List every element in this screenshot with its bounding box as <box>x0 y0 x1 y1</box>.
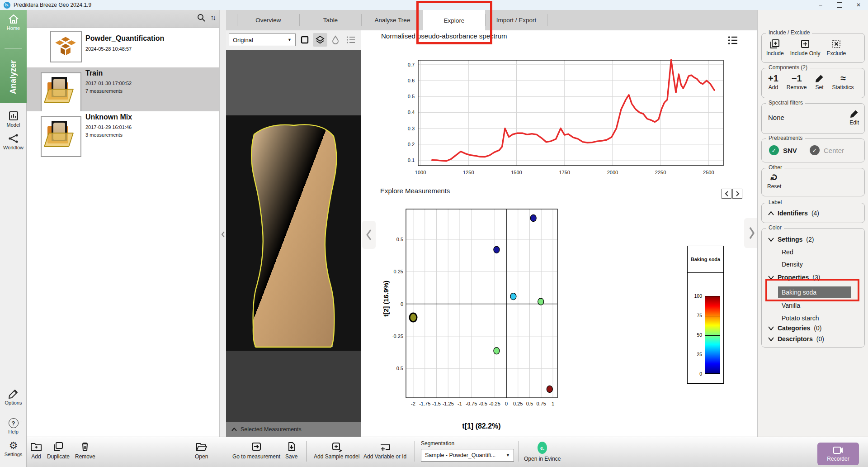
color-categories-label: Categories <box>778 324 810 332</box>
scores-scatter-plot[interactable]: -2-1.75-1.5-1.25-1-0.75-0.5-0.2500.250.5… <box>389 204 687 414</box>
tab-analyse-tree[interactable]: Analyse Tree <box>362 10 423 30</box>
save-icon <box>287 442 296 452</box>
color-item-vanilla[interactable]: Vanilla <box>782 302 800 309</box>
unknown-mix-measurements: 3 measurements <box>85 132 123 138</box>
save-button[interactable]: Save <box>285 442 297 460</box>
include-only-button[interactable]: Include Only <box>790 39 821 57</box>
recorder-button[interactable]: Recorder <box>817 443 859 465</box>
border-view-button[interactable] <box>297 33 312 47</box>
measurement-item-train[interactable]: Train 2017-01-30 17:00:52 7 measurements <box>27 67 219 111</box>
svg-text:0.25: 0.25 <box>513 401 523 406</box>
list-view-button[interactable] <box>344 33 358 47</box>
add-component-label: Add <box>769 84 778 91</box>
sample-image[interactable] <box>226 115 361 351</box>
color-legend-title: Baking soda <box>688 246 723 273</box>
sidebar-item-options[interactable]: Options <box>0 388 27 405</box>
pencil-icon <box>8 388 19 399</box>
search-icon[interactable] <box>197 13 206 22</box>
identifiers-toggle[interactable]: Identifiers (4) <box>762 210 864 217</box>
project-name: Powder_Quantification <box>85 34 164 43</box>
color-settings-toggle[interactable]: Settings (2) <box>762 236 864 243</box>
panel-splitter[interactable] <box>219 10 226 437</box>
exclude-button[interactable]: Exclude <box>826 39 846 57</box>
set-components-label: Set <box>815 84 823 91</box>
reset-icon: ↻ <box>769 173 779 182</box>
snv-toggle[interactable]: ✓ SNV <box>769 145 797 155</box>
tab-table[interactable]: Table <box>300 10 361 30</box>
viewer-toolbar: Original ▼ <box>226 30 361 50</box>
app-logo-icon: b. <box>4 2 10 9</box>
add-sample-model-button[interactable]: Add Sample model <box>314 442 359 460</box>
remove-label: Remove <box>75 453 95 460</box>
remove-component-button[interactable]: −1 Remove <box>787 74 807 91</box>
selected-measurements-bar[interactable]: Selected Measurements <box>226 422 361 437</box>
tab-explore[interactable]: Explore <box>423 10 485 31</box>
include-icon <box>769 39 780 49</box>
measurement-item-unknown-mix[interactable]: Unknown Mix 2017-01-29 16:01:46 3 measur… <box>27 111 219 155</box>
svg-text:0.3: 0.3 <box>408 126 415 131</box>
close-button[interactable]: ✕ <box>849 0 868 10</box>
add-component-button[interactable]: +1 Add <box>768 74 778 91</box>
sidebar-item-model[interactable]: Model <box>0 110 27 128</box>
add-button[interactable]: Add <box>30 442 42 460</box>
reset-button[interactable]: ↻ Reset <box>767 173 781 190</box>
spectrum-chart[interactable]: 10001250150017502000225025000.10.20.30.4… <box>380 56 732 180</box>
image-mode-value: Original <box>233 37 253 43</box>
sidebar-item-workflow[interactable]: Workflow <box>0 133 27 150</box>
tab-overview[interactable]: Overview <box>237 10 299 30</box>
collapse-viewer-handle[interactable] <box>362 221 376 249</box>
color-item-baking-soda[interactable]: Baking soda <box>778 286 851 298</box>
svg-text:0.1: 0.1 <box>408 157 415 163</box>
next-measurement-button[interactable] <box>732 189 742 199</box>
maximize-button[interactable] <box>830 0 849 10</box>
svg-text:0.25: 0.25 <box>394 269 403 274</box>
color-item-potato-starch[interactable]: Potato starch <box>782 315 819 322</box>
go-to-measurement-button[interactable]: Go to measurement <box>232 442 280 460</box>
add-variable-icon <box>379 442 391 452</box>
open-in-evince-button[interactable]: e. Open in Evince <box>524 442 561 462</box>
color-item-density[interactable]: Density <box>782 261 803 268</box>
layers-view-button[interactable] <box>313 33 327 47</box>
segmentation-select[interactable]: Sample - Powder_Quantifi... ▼ <box>421 449 514 462</box>
analyzer-section: Home Analyzer <box>0 10 27 103</box>
image-mode-select[interactable]: Original ▼ <box>229 33 296 46</box>
statistics-button[interactable]: ≈ Statistics <box>832 74 854 91</box>
evince-icon: e. <box>538 442 547 454</box>
sidebar-divider <box>5 48 22 48</box>
video-camera-icon <box>833 446 844 454</box>
collapse-left-icon[interactable] <box>221 231 225 238</box>
remove-button[interactable]: Remove <box>75 442 95 460</box>
chart-list-icon[interactable] <box>728 36 738 45</box>
set-components-button[interactable]: Set <box>815 74 824 91</box>
add-variable-button[interactable]: Add Variable or Id <box>363 442 406 460</box>
previous-measurement-button[interactable] <box>722 189 731 199</box>
droplet-view-button[interactable] <box>328 33 343 47</box>
center-toggle[interactable]: ✓ Center <box>810 145 844 155</box>
color-properties-toggle[interactable]: Properties (3) <box>762 274 864 281</box>
svg-text:2250: 2250 <box>655 170 666 175</box>
colorbar-tick-label: 25 <box>689 352 702 357</box>
sidebar-item-help[interactable]: ? Help <box>0 418 27 434</box>
tab-import-export[interactable]: Import / Export <box>486 10 547 30</box>
project-root-item[interactable]: Powder_Quantification 2024-05-28 10:48:5… <box>27 28 219 69</box>
maximize-icon <box>837 2 842 8</box>
center-label: Center <box>824 147 844 154</box>
chevron-down-icon <box>768 238 774 242</box>
plus-one-icon: +1 <box>768 74 778 83</box>
chevron-left-icon <box>366 229 372 241</box>
sort-icon[interactable]: ↑↓ <box>210 14 215 22</box>
window-title: Prediktera Breeze Geo 2024.1.9 <box>14 2 91 8</box>
color-item-red[interactable]: Red <box>782 248 793 256</box>
color-categories-toggle[interactable]: Categories (0) <box>762 324 864 332</box>
add-label: Add <box>31 453 41 460</box>
sidebar-item-settings[interactable]: ⚙ Settings <box>0 441 27 457</box>
sidebar-item-home[interactable]: Home <box>0 14 27 31</box>
include-button[interactable]: Include <box>766 39 784 57</box>
color-descriptors-toggle[interactable]: Descriptors (0) <box>762 335 864 343</box>
sidebar-item-analyzer[interactable]: Analyzer <box>0 52 27 102</box>
minimize-button[interactable]: – <box>811 0 830 10</box>
include-exclude-group: Include / Exclude Include Include Only <box>761 33 865 63</box>
open-button[interactable]: Open <box>195 442 208 460</box>
duplicate-button[interactable]: Duplicate <box>47 442 70 460</box>
edit-spectral-filters-button[interactable]: Edit <box>849 109 859 126</box>
